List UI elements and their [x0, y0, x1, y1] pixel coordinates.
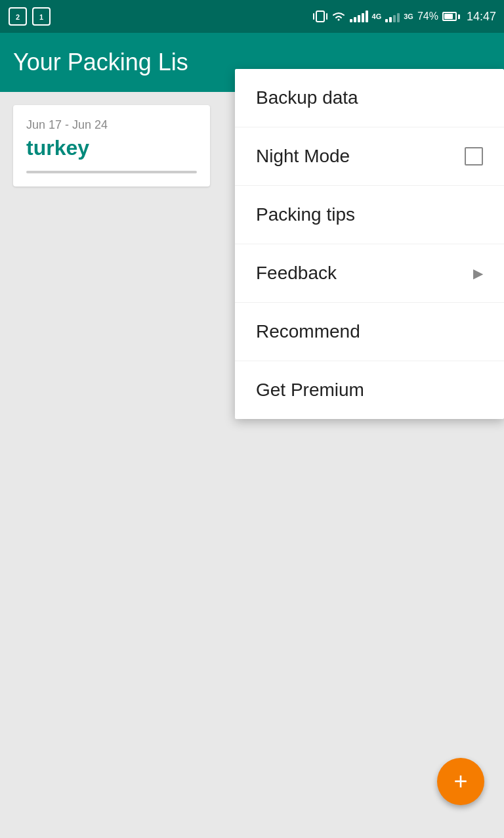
battery-percentage: 74%	[417, 11, 438, 22]
menu-item-recommend[interactable]: Recommend	[235, 303, 504, 361]
status-bar-left: 2 1	[8, 7, 51, 26]
svg-text:1: 1	[39, 13, 43, 21]
menu-item-packing-tips[interactable]: Packing tips	[235, 186, 504, 244]
menu-item-feedback[interactable]: Feedback ▶	[235, 244, 504, 302]
4g-label: 4G	[372, 12, 382, 20]
trip-date: Jun 17 - Jun 24	[26, 118, 197, 132]
trip-card: Jun 17 - Jun 24 turkey	[13, 105, 210, 187]
night-mode-checkbox[interactable]	[465, 147, 483, 165]
page-title: Your Packing Lis	[13, 49, 188, 76]
add-button[interactable]: +	[437, 758, 484, 805]
4g-signal-icon	[350, 11, 368, 22]
menu-item-get-premium[interactable]: Get Premium	[235, 361, 504, 419]
add-icon: +	[453, 770, 467, 793]
3g-label: 3G	[404, 12, 413, 20]
sim1-icon: 2	[8, 7, 28, 26]
vibrate-icon	[313, 9, 327, 24]
clock: 14:47	[467, 10, 496, 24]
sim2-icon: 1	[32, 7, 51, 26]
trip-destination: turkey	[26, 136, 197, 160]
trip-progress-bar	[26, 171, 197, 173]
battery-icon	[442, 12, 460, 21]
wifi-icon	[331, 11, 346, 22]
dropdown-menu: Backup data Night Mode Packing tips Feed…	[235, 69, 504, 419]
svg-text:2: 2	[16, 13, 20, 21]
menu-item-night-mode[interactable]: Night Mode	[235, 127, 504, 185]
svg-rect-4	[316, 11, 324, 22]
status-bar: 2 1 4G	[0, 0, 504, 33]
menu-item-backup-data[interactable]: Backup data	[235, 69, 504, 127]
status-bar-right: 4G 3G 74% 14:47	[313, 9, 496, 24]
3g-signal-icon	[385, 11, 400, 22]
feedback-arrow-icon: ▶	[473, 265, 483, 281]
